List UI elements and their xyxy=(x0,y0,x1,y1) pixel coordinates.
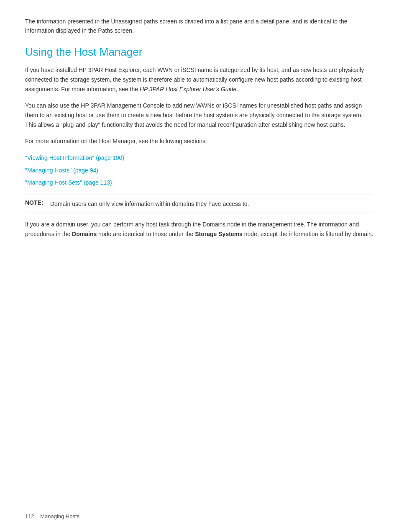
paragraph4-part3: node, except the information is filtered… xyxy=(243,231,373,237)
paragraph4-bold1: Domains xyxy=(72,231,97,237)
link-managing-hosts[interactable]: "Managing Hosts" (page 94) xyxy=(25,167,98,174)
footer-page-number: 112 xyxy=(25,513,34,519)
note-box: NOTE: Domain users can only view informa… xyxy=(25,195,374,213)
paragraph4-part2: node are identical to those under the xyxy=(97,231,195,237)
body-paragraph-1: If you have installed HP 3PAR Host Explo… xyxy=(25,65,374,94)
footer-section-label: Managing Hosts xyxy=(40,513,79,519)
body-paragraph-4: If you are a domain user, you can perfor… xyxy=(25,220,374,239)
body-paragraph-3: For more information on the Host Manager… xyxy=(25,136,374,146)
link-list: "Viewing Host Information" (page 100) "M… xyxy=(25,153,374,188)
link-viewing-host-info[interactable]: "Viewing Host Information" (page 100) xyxy=(25,154,124,161)
list-item: "Viewing Host Information" (page 100) xyxy=(25,153,374,163)
body-paragraph-2: You can also use the HP 3PAR Management … xyxy=(25,101,374,130)
intro-paragraph: The information presented in the Unassig… xyxy=(25,17,374,36)
section-heading: Using the Host Manager xyxy=(25,46,374,59)
paragraph4-bold2: Storage Systems xyxy=(195,231,243,237)
page-footer: 112 Managing Hosts xyxy=(25,513,79,519)
note-label: NOTE: xyxy=(25,199,45,206)
paragraph1-italic: HP 3PAR Host Explorer User's Guide xyxy=(140,86,236,93)
paragraph1-end: . xyxy=(236,86,238,93)
note-text: Domain users can only view information w… xyxy=(50,199,249,208)
list-item: "Managing Hosts" (page 94) xyxy=(25,165,374,176)
list-item: "Managing Host Sets" (page 113) xyxy=(25,177,374,188)
link-managing-host-sets[interactable]: "Managing Host Sets" (page 113) xyxy=(25,179,112,186)
